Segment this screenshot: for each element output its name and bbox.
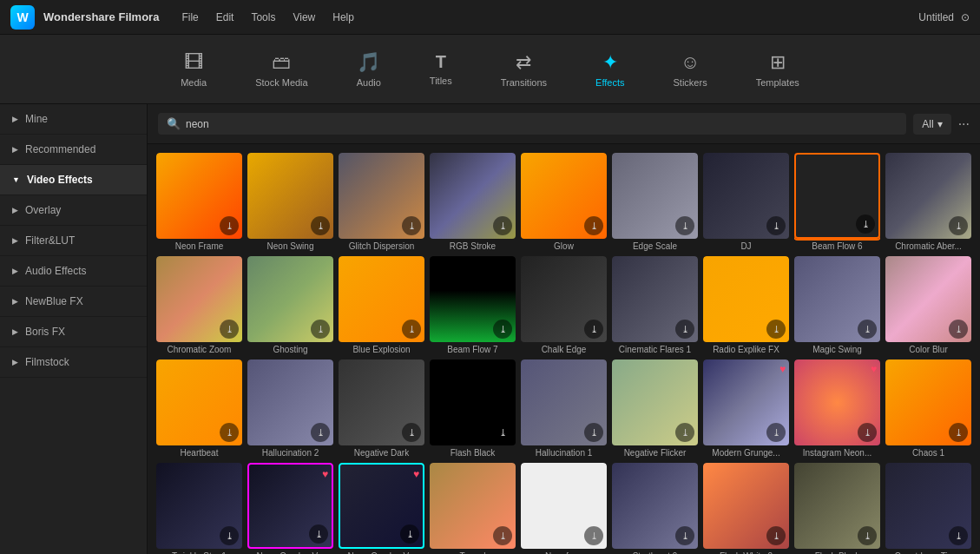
- menu-view[interactable]: View: [293, 11, 315, 23]
- effect-item-beam-flow-6[interactable]: ⤓Beam Flow 6: [794, 153, 880, 251]
- effect-item-flash-black[interactable]: ⤓Flash Black: [430, 359, 516, 458]
- effect-item-modern-grunge[interactable]: ♥⤓Modern Grunge...: [703, 359, 789, 458]
- effect-item-magic-swing[interactable]: ⤓Magic Swing: [794, 256, 880, 354]
- effect-item-rgb-stroke[interactable]: ⤓RGB Stroke: [430, 153, 516, 251]
- effect-item-heartbeat[interactable]: ⤓Heartbeat: [156, 359, 242, 458]
- effect-item-chromatic-zoom[interactable]: ⤓Chromatic Zoom: [156, 256, 242, 354]
- download-btn-beam-flow-7[interactable]: ⤓: [493, 320, 512, 339]
- tool-media[interactable]: 🎞 Media: [170, 46, 217, 93]
- download-btn-ghosting[interactable]: ⤓: [311, 320, 330, 339]
- effect-item-negative-flicker[interactable]: ⤓Negative Flicker: [612, 359, 698, 458]
- download-btn-edge-scale[interactable]: ⤓: [675, 216, 694, 235]
- tool-transitions[interactable]: ⇄ Transitions: [490, 46, 557, 93]
- effect-item-beam-flow-7[interactable]: ⤓Beam Flow 7: [430, 256, 516, 354]
- effect-item-hallucination-1[interactable]: ⤓Hallucination 1: [521, 359, 607, 458]
- sidebar-item-mine[interactable]: ▶ Mine: [0, 104, 147, 135]
- tool-audio[interactable]: 🎵 Audio: [346, 46, 391, 93]
- menu-file[interactable]: File: [181, 11, 198, 23]
- download-btn-hallucination-1[interactable]: ⤓: [584, 423, 603, 442]
- download-btn-magic-swing[interactable]: ⤓: [858, 320, 877, 339]
- effect-item-edge-scale[interactable]: ⤓Edge Scale: [612, 153, 698, 251]
- effect-item-tunnel[interactable]: ⤓Tunnel: [430, 463, 516, 554]
- effect-item-twinkle-star[interactable]: ⤓Twinkle Star 1: [156, 463, 242, 554]
- effect-item-glow[interactable]: ⤓Glow: [521, 153, 607, 251]
- download-btn-twinkle-star[interactable]: ⤓: [220, 526, 239, 545]
- effect-item-glitch-dispersion[interactable]: ⤓Glitch Dispersion: [339, 153, 424, 251]
- menu-tools[interactable]: Tools: [251, 11, 275, 23]
- download-btn-modern-grunge[interactable]: ⤓: [766, 423, 786, 442]
- menu-edit[interactable]: Edit: [216, 11, 234, 23]
- download-btn-chaos-1[interactable]: ⤓: [949, 423, 968, 442]
- sidebar-item-filmstock[interactable]: ▶ Filmstock: [0, 347, 147, 378]
- heart-icon-neon-overlay-v2[interactable]: ♥: [413, 468, 419, 480]
- download-btn-neonface[interactable]: ⤓: [584, 526, 603, 545]
- sidebar-item-filter-lut[interactable]: ▶ Filter&LUT: [0, 226, 147, 256]
- effect-item-color-blur[interactable]: ⤓Color Blur: [885, 256, 971, 354]
- tool-titles[interactable]: T Titles: [419, 47, 463, 91]
- effect-item-ghosting[interactable]: ⤓Ghosting: [247, 256, 333, 354]
- effect-item-neon-frame[interactable]: ⤓Neon Frame: [156, 153, 242, 251]
- download-btn-chromatic-ab[interactable]: ⤓: [949, 216, 968, 235]
- download-btn-color-blur[interactable]: ⤓: [949, 320, 968, 339]
- download-btn-radio-explike[interactable]: ⤓: [766, 320, 786, 339]
- download-btn-instagram-neon[interactable]: ⤓: [858, 423, 877, 442]
- download-btn-startburst-9[interactable]: ⤓: [675, 526, 694, 545]
- effect-item-neon-swing[interactable]: ⤓Neon Swing: [247, 153, 333, 251]
- search-input-wrap[interactable]: 🔍: [158, 113, 906, 135]
- filter-dropdown[interactable]: All ▾: [913, 114, 950, 135]
- download-btn-beam-flow-6[interactable]: ⤓: [856, 214, 875, 234]
- download-btn-neon-overlay-v2[interactable]: ⤓: [400, 524, 419, 544]
- effect-item-startburst-9[interactable]: ⤓Startburst 9: [612, 463, 698, 554]
- download-btn-flash-white-2[interactable]: ⤓: [766, 526, 786, 545]
- effect-item-instagram-neon[interactable]: ♥⤓Instagram Neon...: [794, 359, 880, 458]
- effect-item-flash-black-2[interactable]: ⤓Flash Black: [794, 463, 880, 554]
- sidebar-item-video-effects[interactable]: ▼ Video Effects: [0, 165, 147, 195]
- sidebar-item-boris-fx[interactable]: ▶ Boris FX: [0, 317, 147, 347]
- download-btn-negative-dark[interactable]: ⤓: [402, 423, 421, 442]
- download-btn-negative-flicker[interactable]: ⤓: [675, 423, 694, 442]
- download-btn-dj[interactable]: ⤓: [766, 216, 786, 235]
- tool-templates[interactable]: ⊞ Templates: [746, 46, 810, 93]
- effect-item-blue-explosion[interactable]: ⤓Blue Explosion: [339, 256, 424, 354]
- download-btn-cinematic-flares[interactable]: ⤓: [675, 320, 694, 339]
- effect-item-cinematic-flares[interactable]: ⤓Cinematic Flares 1: [612, 256, 698, 354]
- download-btn-glow[interactable]: ⤓: [584, 216, 603, 235]
- download-btn-heartbeat[interactable]: ⤓: [220, 423, 239, 442]
- effect-item-neon-overlay-v2[interactable]: ♥⤓Neon Overlay V...: [339, 463, 424, 554]
- download-btn-hallucination-2[interactable]: ⤓: [311, 423, 330, 442]
- download-btn-chalk-edge[interactable]: ⤓: [584, 320, 603, 339]
- heart-icon-instagram-neon[interactable]: ♥: [871, 363, 877, 375]
- download-btn-countdown-tim[interactable]: ⤓: [949, 526, 968, 545]
- effect-item-neonface[interactable]: ⤓Neonface: [521, 463, 607, 554]
- effect-item-countdown-tim[interactable]: ⤓Countdown Tim...: [885, 463, 971, 554]
- download-btn-chromatic-zoom[interactable]: ⤓: [220, 320, 239, 339]
- download-btn-blue-explosion[interactable]: ⤓: [402, 320, 421, 339]
- effect-item-chalk-edge[interactable]: ⤓Chalk Edge: [521, 256, 607, 354]
- search-input[interactable]: [186, 118, 898, 130]
- download-btn-neon-swing[interactable]: ⤓: [311, 216, 330, 235]
- sidebar-item-audio-effects[interactable]: ▶ Audio Effects: [0, 256, 147, 287]
- download-btn-flash-black-2[interactable]: ⤓: [858, 526, 877, 545]
- tool-stickers[interactable]: ☺ Stickers: [663, 46, 718, 93]
- download-btn-neon-overlay-v1[interactable]: ⤓: [309, 524, 328, 544]
- effect-item-hallucination-2[interactable]: ⤓Hallucination 2: [247, 359, 333, 458]
- effect-item-flash-white-2[interactable]: ⤓Flash White 2: [703, 463, 789, 554]
- download-btn-tunnel[interactable]: ⤓: [493, 526, 512, 545]
- heart-icon-modern-grunge[interactable]: ♥: [779, 363, 786, 375]
- download-btn-glitch-dispersion[interactable]: ⤓: [402, 216, 421, 235]
- effect-item-neon-overlay-v1[interactable]: ♥⤓Neon Overlay V...: [247, 463, 333, 554]
- effect-item-dj[interactable]: ⤓DJ: [703, 153, 789, 251]
- sidebar-item-overlay[interactable]: ▶ Overlay: [0, 195, 147, 226]
- sidebar-item-newblue-fx[interactable]: ▶ NewBlue FX: [0, 287, 147, 317]
- effect-item-radio-explike[interactable]: ⤓Radio Explike FX: [703, 256, 789, 354]
- download-btn-neon-frame[interactable]: ⤓: [220, 216, 239, 235]
- download-btn-rgb-stroke[interactable]: ⤓: [493, 216, 512, 235]
- menu-help[interactable]: Help: [332, 11, 354, 23]
- more-options-button[interactable]: ···: [958, 116, 970, 132]
- tool-stock-media[interactable]: 🗃 Stock Media: [245, 46, 319, 93]
- heart-icon-neon-overlay-v1[interactable]: ♥: [322, 468, 328, 480]
- effect-item-negative-dark[interactable]: ⤓Negative Dark: [339, 359, 424, 458]
- sidebar-item-recommended[interactable]: ▶ Recommended: [0, 135, 147, 165]
- tool-effects[interactable]: ✦ Effects: [585, 46, 635, 93]
- effect-item-chromatic-ab[interactable]: ⤓Chromatic Aber...: [885, 153, 971, 251]
